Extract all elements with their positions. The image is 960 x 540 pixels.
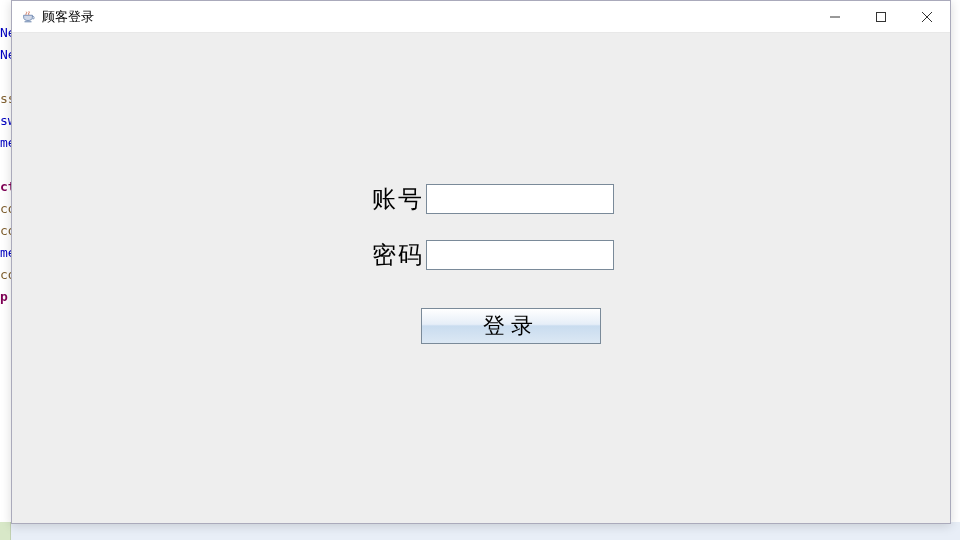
maximize-button[interactable] (858, 1, 904, 33)
editor-bottom-strip (0, 522, 960, 540)
window-controls (812, 1, 950, 32)
close-button[interactable] (904, 1, 950, 33)
password-label: 密码 (372, 239, 424, 271)
svg-rect-0 (25, 21, 32, 22)
account-input[interactable] (426, 184, 614, 214)
login-dialog-window: 顾客登录 账号 密码 登录 (11, 0, 951, 524)
editor-scrollbar-area (0, 522, 960, 540)
java-app-icon (20, 9, 36, 25)
minimize-button[interactable] (812, 1, 858, 33)
svg-rect-2 (877, 13, 886, 22)
account-row: 账号 (372, 183, 614, 215)
editor-gutter-strip (0, 522, 11, 540)
dialog-client-area: 账号 密码 登录 (12, 33, 950, 523)
account-label: 账号 (372, 183, 424, 215)
window-title: 顾客登录 (42, 8, 812, 26)
password-input[interactable] (426, 240, 614, 270)
password-row: 密码 (372, 239, 614, 271)
titlebar: 顾客登录 (12, 1, 950, 33)
login-button[interactable]: 登录 (421, 308, 601, 344)
